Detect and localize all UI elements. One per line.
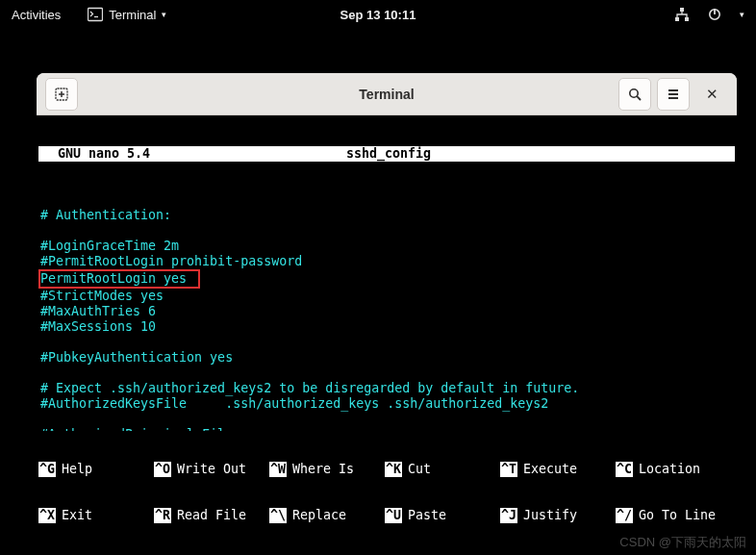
nano-titlebar: GNU nano 5.4 sshd_config GNU nano 5.4 — [38, 146, 735, 162]
window-title: Terminal — [359, 87, 414, 102]
shortcut-key: ^X — [38, 508, 56, 523]
power-icon — [707, 7, 722, 22]
svg-rect-2 — [680, 8, 684, 12]
menu-button[interactable] — [657, 78, 690, 111]
editor-line — [38, 335, 735, 350]
editor-line: #PermitRootLogin prohibit-password — [38, 254, 735, 269]
shortcut-label: Execute — [523, 462, 577, 477]
editor-line: #LoginGraceTime 2m — [38, 239, 735, 254]
shortcut-key: ^J — [500, 508, 517, 523]
nano-shortcut: ^TExecute — [500, 462, 616, 477]
shortcut-label: Location — [639, 462, 700, 477]
close-button[interactable]: ✕ — [695, 78, 728, 111]
nano-shortcut: ^WWhere Is — [269, 462, 385, 477]
nano-shortcut: ^KCut — [385, 462, 500, 477]
nano-shortcut: ^XExit — [38, 508, 154, 523]
editor-line: PermitRootLogin yes — [38, 269, 735, 289]
watermark: CSDN @下雨天的太阳 — [619, 534, 746, 551]
shortcut-key: ^R — [154, 508, 171, 523]
shortcut-key: ^W — [269, 462, 287, 477]
shortcut-key: ^G — [38, 462, 56, 477]
shortcut-label: Cut — [408, 462, 431, 477]
close-icon: ✕ — [706, 86, 718, 103]
system-status-area[interactable]: ▾ — [674, 7, 744, 22]
shortcut-label: Exit — [62, 508, 92, 523]
chevron-down-icon: ▾ — [740, 10, 744, 19]
editor-line: #PubkeyAuthentication yes — [38, 350, 735, 366]
shortcut-key: ^C — [616, 462, 633, 477]
svg-rect-3 — [675, 17, 679, 21]
app-menu[interactable]: Terminal ▾ — [88, 7, 166, 22]
shortcut-key: ^K — [385, 462, 402, 477]
shortcut-key: ^\ — [269, 508, 287, 523]
nano-shortcut: ^RRead File — [154, 508, 269, 523]
shortcut-label: Write Out — [177, 462, 246, 477]
editor-line: #MaxAuthTries 6 — [38, 304, 735, 319]
shortcut-label: Justify — [523, 508, 577, 523]
editor-line — [38, 412, 735, 427]
editor-line: # Expect .ssh/authorized_keys2 to be dis… — [38, 381, 735, 396]
shortcut-key: ^T — [500, 462, 517, 477]
search-button[interactable] — [618, 78, 651, 111]
shortcut-label: Read File — [177, 508, 246, 523]
chevron-down-icon: ▾ — [162, 10, 166, 19]
window-titlebar[interactable]: Terminal ✕ — [37, 73, 737, 115]
terminal-viewport[interactable]: GNU nano 5.4 sshd_config GNU nano 5.4 # … — [37, 115, 737, 554]
shortcut-label: Paste — [408, 508, 446, 523]
editor-line — [38, 223, 735, 239]
editor-line: #MaxSessions 10 — [38, 319, 735, 335]
activities-button[interactable]: Activities — [12, 8, 61, 22]
editor-line: #StrictModes yes — [38, 289, 735, 304]
shortcut-key: ^O — [154, 462, 171, 477]
shortcut-label: Where Is — [292, 462, 354, 477]
highlighted-config-line: PermitRootLogin yes — [38, 269, 200, 289]
clock[interactable]: Sep 13 10:11 — [340, 8, 416, 22]
svg-point-10 — [630, 88, 638, 96]
terminal-app-icon — [88, 7, 103, 22]
svg-rect-4 — [685, 17, 689, 21]
svg-rect-0 — [88, 9, 103, 21]
editor-line — [38, 192, 735, 208]
shortcut-key: ^/ — [616, 508, 633, 523]
nano-shortcut: ^\Replace — [269, 508, 385, 523]
new-tab-icon — [54, 87, 69, 102]
app-menu-label: Terminal — [109, 8, 156, 22]
editor-line: # Authentication: — [38, 208, 735, 223]
shortcut-label: Go To Line — [639, 508, 716, 523]
hamburger-icon — [666, 87, 681, 102]
nano-shortcut: ^/Go To Line — [616, 508, 731, 523]
nano-shortcut: ^CLocation — [616, 462, 731, 477]
gnome-topbar: Activities Terminal ▾ Sep 13 10:11 ▾ — [0, 0, 756, 29]
nano-shortcut: ^JJustify — [500, 508, 616, 523]
shortcut-label: Help — [62, 462, 92, 477]
nano-shortcut: ^GHelp — [38, 462, 154, 477]
editor-line: #AuthorizedKeysFile .ssh/authorized_keys… — [38, 396, 735, 412]
nano-version: GNU nano 5.4 — [40, 146, 152, 162]
network-icon — [674, 7, 690, 22]
nano-filename: sshd_config — [344, 146, 433, 162]
nano-shortcut: ^OWrite Out — [154, 462, 269, 477]
shortcut-label: Replace — [292, 508, 346, 523]
terminal-window: Terminal ✕ GNU nano 5.4 sshd_config GNU … — [37, 73, 737, 554]
editor-line — [38, 366, 735, 381]
nano-shortcut: ^UPaste — [385, 508, 500, 523]
search-icon — [627, 87, 643, 102]
new-tab-button[interactable] — [45, 78, 78, 111]
shortcut-key: ^U — [385, 508, 402, 523]
svg-line-11 — [637, 96, 641, 100]
